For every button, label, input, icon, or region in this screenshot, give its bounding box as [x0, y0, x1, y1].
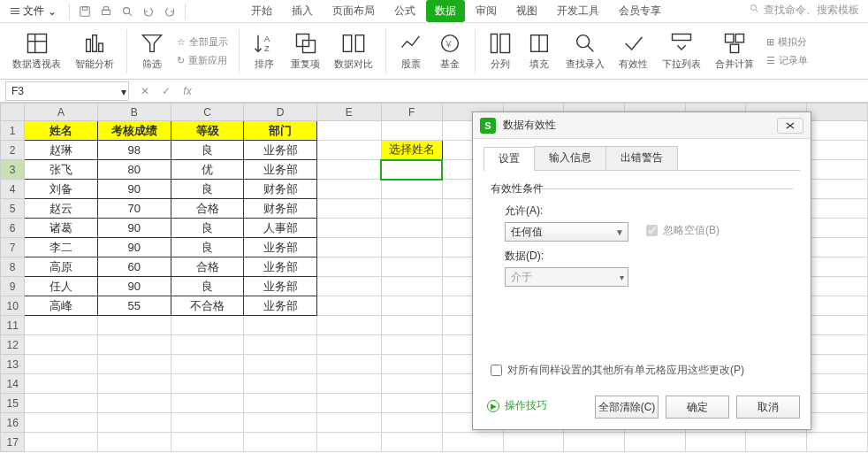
consolidate-button[interactable]: 合并计算 [710, 29, 759, 73]
lookup-button[interactable]: 查找录入 [560, 29, 610, 73]
tab-settings[interactable]: 设置 [483, 147, 535, 171]
cell[interactable] [25, 413, 98, 433]
cell[interactable] [97, 413, 171, 433]
cell[interactable] [316, 277, 381, 296]
cell[interactable]: 李二 [25, 238, 98, 257]
cell[interactable] [316, 219, 381, 238]
cell[interactable] [807, 433, 868, 452]
cell[interactable] [171, 355, 244, 374]
cell[interactable]: 业务部 [244, 141, 317, 160]
cell[interactable] [97, 355, 171, 374]
save-icon[interactable] [75, 2, 95, 21]
cell[interactable]: 部门 [244, 121, 317, 141]
tab-formula[interactable]: 公式 [385, 0, 424, 22]
cell[interactable]: 优 [171, 160, 244, 180]
cell[interactable] [381, 413, 442, 433]
cell[interactable]: 合格 [171, 257, 244, 277]
cell[interactable]: 等级 [171, 121, 244, 141]
cell[interactable] [381, 199, 442, 219]
cell[interactable] [171, 316, 244, 335]
tips-link[interactable]: ▶ 操作技巧 [487, 398, 547, 413]
cell[interactable] [171, 413, 244, 433]
cell[interactable] [316, 238, 381, 257]
dropdown-button[interactable]: 下拉列表 [657, 29, 706, 73]
col-header-F[interactable]: F [381, 104, 442, 121]
cell[interactable] [381, 374, 442, 394]
row-header[interactable]: 15 [1, 394, 25, 413]
col-header-B[interactable]: B [97, 104, 171, 121]
ignore-blank-checkbox[interactable]: 忽略空值(B) [646, 223, 720, 238]
cell-select-label[interactable]: 选择姓名 [381, 141, 442, 160]
cell[interactable] [807, 199, 868, 219]
cell[interactable]: 考核成绩 [97, 121, 171, 141]
cell[interactable] [381, 433, 442, 452]
row-header[interactable]: 12 [1, 335, 25, 355]
close-button[interactable] [777, 118, 803, 134]
smart-button[interactable]: 智能分析 [70, 29, 119, 73]
cell[interactable] [381, 335, 442, 355]
record-button[interactable]: ☰记录单 [763, 52, 811, 69]
checkbox[interactable] [491, 365, 502, 376]
fx-icon[interactable]: fx [179, 82, 196, 100]
cell[interactable]: 合格 [171, 199, 244, 219]
cell[interactable] [316, 160, 381, 180]
cell[interactable] [244, 335, 317, 355]
cell[interactable] [807, 335, 868, 355]
cell[interactable] [97, 433, 171, 452]
cell[interactable]: 高峰 [25, 296, 98, 316]
row-header[interactable]: 17 [1, 433, 25, 452]
select-all-corner[interactable] [1, 104, 25, 121]
cell[interactable]: 任人 [25, 277, 98, 296]
cell[interactable] [807, 374, 868, 394]
dedup-button[interactable]: 重复项 [286, 29, 325, 73]
filter-button[interactable]: 筛选 [134, 29, 170, 73]
cell[interactable] [244, 413, 317, 433]
cell[interactable] [97, 394, 171, 413]
cell[interactable] [97, 374, 171, 394]
cell[interactable] [316, 374, 381, 394]
cell[interactable]: 人事部 [244, 219, 317, 238]
cell[interactable]: 良 [171, 219, 244, 238]
cell-selected[interactable] [381, 160, 442, 180]
cell[interactable]: 业务部 [244, 296, 317, 316]
cell[interactable]: 70 [97, 199, 171, 219]
cell[interactable] [807, 121, 868, 141]
cell[interactable] [625, 433, 686, 452]
cell[interactable] [25, 335, 98, 355]
search-box[interactable]: 查找命令、搜索模板 [750, 3, 859, 18]
simulate-button[interactable]: ⊞模拟分 [763, 34, 811, 50]
tab-review[interactable]: 审阅 [467, 0, 506, 22]
cell[interactable] [381, 219, 442, 238]
cell[interactable]: 90 [97, 219, 171, 238]
row-header[interactable]: 8 [1, 257, 25, 277]
cell[interactable]: 业务部 [244, 160, 317, 180]
col-header-D[interactable]: D [244, 104, 317, 121]
cell[interactable]: 赵云 [25, 199, 98, 219]
cell[interactable] [685, 433, 746, 452]
cell[interactable] [316, 180, 381, 199]
cell[interactable] [381, 316, 442, 335]
cell[interactable]: 赵琳 [25, 141, 98, 160]
cell[interactable] [381, 180, 442, 199]
cell[interactable] [381, 394, 442, 413]
row-header[interactable]: 11 [1, 316, 25, 335]
tab-start[interactable]: 开始 [242, 0, 281, 22]
tab-member[interactable]: 会员专享 [610, 0, 670, 22]
cell[interactable]: 90 [97, 238, 171, 257]
cell[interactable]: 诸葛 [25, 219, 98, 238]
cell[interactable]: 张飞 [25, 160, 98, 180]
cell[interactable] [316, 355, 381, 374]
cell[interactable] [97, 335, 171, 355]
cell[interactable]: 90 [97, 180, 171, 199]
cell[interactable]: 55 [97, 296, 171, 316]
cell[interactable]: 刘备 [25, 180, 98, 199]
cell[interactable]: 财务部 [244, 199, 317, 219]
col-header[interactable] [807, 104, 868, 121]
clear-all-button[interactable]: 全部清除(C) [595, 396, 659, 419]
row-header[interactable]: 13 [1, 355, 25, 374]
row-header[interactable]: 9 [1, 277, 25, 296]
cell[interactable] [381, 121, 442, 141]
cell[interactable] [807, 160, 868, 180]
row-header[interactable]: 6 [1, 219, 25, 238]
validation-button[interactable]: 有效性 [613, 29, 653, 73]
